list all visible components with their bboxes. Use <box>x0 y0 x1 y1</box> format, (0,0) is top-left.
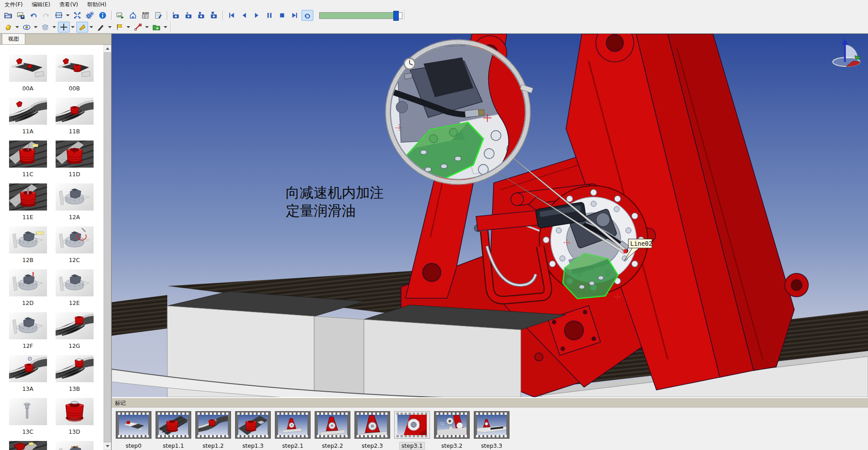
filmstrip-frame[interactable] <box>156 411 191 439</box>
open-file-button[interactable] <box>2 10 14 21</box>
measure-button[interactable] <box>132 22 144 33</box>
step-thumbnail-step1.2[interactable]: step1.2 <box>195 411 231 449</box>
filmstrip-frame[interactable] <box>354 411 390 439</box>
fit-view-button[interactable] <box>71 10 83 21</box>
view-thumbnail-image[interactable] <box>56 269 94 296</box>
view-thumbnail-image[interactable] <box>56 312 94 339</box>
rotate-part-button[interactable] <box>76 22 88 33</box>
switch-window-button[interactable] <box>53 10 65 21</box>
dropdown-caret-icon[interactable] <box>163 22 168 32</box>
camera-back-button[interactable] <box>170 10 182 21</box>
filmstrip-frame[interactable] <box>474 411 509 439</box>
dropdown-caret-icon[interactable] <box>52 22 57 32</box>
filmstrip-frame[interactable] <box>195 411 231 439</box>
view-thumbnail-image[interactable] <box>56 98 94 125</box>
step-thumbnail-step2.1[interactable]: step2.1 <box>275 411 311 449</box>
dropdown-caret-icon[interactable] <box>126 22 131 32</box>
filmstrip-frame[interactable] <box>116 411 151 439</box>
view-thumbnail-image[interactable] <box>56 355 94 382</box>
move-part-button[interactable] <box>58 22 70 33</box>
step-thumbnail-step3.2[interactable]: step3.2 <box>434 411 470 449</box>
dropdown-caret-icon[interactable] <box>70 22 75 32</box>
tab-views[interactable]: 视图 <box>2 33 25 44</box>
scrollbar-thumb[interactable] <box>104 52 111 442</box>
dropdown-caret-icon[interactable] <box>14 22 19 32</box>
info-button[interactable] <box>97 10 108 21</box>
dropdown-caret-icon[interactable] <box>33 22 38 32</box>
first-step-button[interactable] <box>226 10 237 21</box>
view-thumbnail-image[interactable] <box>56 226 94 253</box>
camera-next-button[interactable] <box>208 10 220 21</box>
view-thumbnail-image[interactable] <box>9 312 47 339</box>
view-thumbnail-13B[interactable]: 13B <box>52 355 96 392</box>
filmstrip-frame[interactable] <box>315 411 350 439</box>
loop-button[interactable] <box>302 10 313 21</box>
step-thumbnail-step2.2[interactable]: step2.2 <box>315 411 350 449</box>
pause-button[interactable] <box>264 10 275 21</box>
undo-button[interactable] <box>28 10 39 21</box>
label-flag-button[interactable] <box>113 22 125 33</box>
view-thumbnail-image[interactable] <box>9 55 47 82</box>
dropdown-caret-icon[interactable] <box>144 22 149 32</box>
bom-table-button[interactable]: BOM <box>140 10 151 21</box>
view-thumbnail-image[interactable] <box>9 226 47 253</box>
stop-button[interactable] <box>276 10 288 21</box>
view-thumbnail-12C[interactable]: 12C <box>52 226 96 263</box>
view-thumbnail-partial[interactable] <box>52 441 96 450</box>
filmstrip-frame[interactable] <box>235 411 271 439</box>
view-thumbnail-image[interactable] <box>9 183 47 211</box>
view-thumbnail-12B[interactable]: 12B <box>6 226 50 263</box>
redo-button[interactable] <box>40 10 52 21</box>
filmstrip-frame[interactable] <box>434 411 470 439</box>
view-thumbnail-12A[interactable]: 12A <box>52 183 96 220</box>
camera-stop-button[interactable] <box>195 10 207 21</box>
camera-play-button[interactable] <box>183 10 194 21</box>
view-thumbnail-image[interactable] <box>56 398 94 425</box>
menu-item-help[interactable]: 帮助(H) <box>83 0 111 10</box>
view-thumbnail-11C[interactable]: 11C <box>6 141 50 178</box>
filmstrip-frame[interactable] <box>394 411 430 439</box>
scroll-down-icon[interactable] <box>104 442 111 450</box>
view-thumbnail-partial[interactable] <box>6 441 50 450</box>
step-thumbnail-step3.1[interactable]: step3.1 <box>394 411 430 449</box>
dropdown-caret-icon[interactable] <box>65 10 70 20</box>
view-thumbnail-image[interactable] <box>9 98 47 125</box>
view-thumbnail-image[interactable] <box>9 398 47 425</box>
view-thumbnail-12E[interactable]: 12E <box>52 269 96 306</box>
step-thumbnail-step0[interactable]: step0 <box>116 411 151 449</box>
step-thumbnail-step1.3[interactable]: step1.3 <box>235 411 271 449</box>
step-thumbnail-step1.1[interactable]: step1.1 <box>156 411 191 449</box>
view-thumbnail-00B[interactable]: 00B <box>52 55 96 92</box>
view-thumbnail-11B[interactable]: 11B <box>52 98 96 135</box>
step-thumbnail-step3.3[interactable]: step3.3 <box>474 411 509 449</box>
view-thumbnail-image[interactable] <box>56 441 94 450</box>
part-transform-button[interactable] <box>2 22 14 33</box>
visibility-button[interactable] <box>21 22 33 33</box>
progress-handle[interactable] <box>393 11 399 21</box>
play-button[interactable] <box>251 10 263 21</box>
view-thumbnail-11E[interactable]: 11E <box>6 183 50 220</box>
annotate-pen-button[interactable] <box>95 22 107 33</box>
view-thumbnail-image[interactable] <box>9 141 47 168</box>
home-view-button[interactable] <box>127 10 139 21</box>
save-image-button[interactable] <box>15 10 27 21</box>
prev-step-button[interactable] <box>238 10 250 21</box>
menu-item-view[interactable]: 查看(V) <box>55 0 83 10</box>
view-thumbnail-image[interactable] <box>9 441 47 450</box>
view-thumbnail-12D[interactable]: 12D <box>6 269 50 306</box>
view-thumbnail-13C[interactable]: 13C <box>6 398 50 435</box>
settings-button[interactable] <box>84 10 96 21</box>
sidebar-scrollbar[interactable] <box>104 45 111 450</box>
view-thumbnail-13A[interactable]: 13A <box>6 355 50 392</box>
snapshot-button[interactable] <box>114 10 126 21</box>
animation-progress-slider[interactable] <box>319 12 402 19</box>
view-thumbnail-12F[interactable]: 12F <box>6 312 50 349</box>
display-mode-button[interactable] <box>39 22 51 33</box>
export-folder-button[interactable] <box>151 22 162 33</box>
view-thumbnail-11A[interactable]: 11A <box>6 98 50 135</box>
last-step-button[interactable] <box>289 10 301 21</box>
view-thumbnail-image[interactable] <box>56 141 94 168</box>
view-thumbnail-00A[interactable]: 00A <box>6 55 50 92</box>
scroll-up-icon[interactable] <box>104 45 111 52</box>
view-thumbnail-12G[interactable]: 12G <box>52 312 96 349</box>
